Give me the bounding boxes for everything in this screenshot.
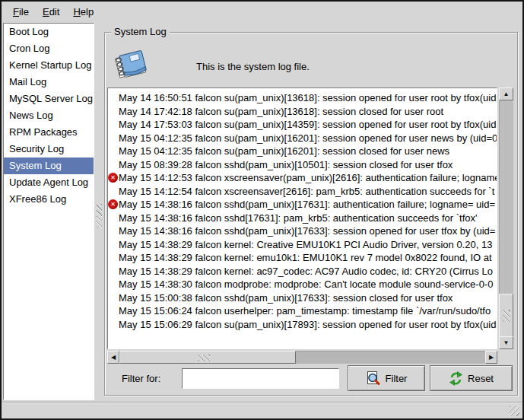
log-line-text: May 15 15:06:24 falcon userhelper: pam_t… <box>119 305 491 317</box>
menu-edit[interactable]: Edit <box>36 4 66 20</box>
filter-input[interactable] <box>182 368 339 389</box>
log-line: ✕May 15 14:12:53 falcon xscreensaver(pam… <box>108 171 497 185</box>
vertical-scroll-thumb[interactable] <box>499 294 513 337</box>
filter-label: Filter for: <box>122 373 160 384</box>
error-icon: ✕ <box>108 173 118 183</box>
green-refresh-arrows-icon <box>449 371 463 386</box>
sidebar-item-kernel-startup-log[interactable]: Kernel Startup Log <box>4 57 94 74</box>
log-line: May 15 04:12:35 falcon su(pam_unix)[1620… <box>108 145 497 158</box>
log-line-text: May 15 14:38:16 falcon sshd(pam_unix)[17… <box>119 199 495 210</box>
log-line: May 15 14:38:29 falcon kernel: Creative … <box>108 238 497 252</box>
log-line: May 15 08:39:28 falcon sshd(pam_unix)[10… <box>108 158 497 172</box>
log-line-text: May 15 04:12:35 falcon su(pam_unix)[1620… <box>119 132 497 144</box>
log-line: May 15 14:38:16 falcon sshd(pam_unix)[17… <box>108 224 497 238</box>
sidebar-item-news-log[interactable]: News Log <box>4 107 94 124</box>
log-viewport[interactable]: May 14 16:50:51 falcon su(pam_unix)[1361… <box>107 88 497 349</box>
error-icon: ✕ <box>108 199 118 209</box>
log-line: May 15 14:38:16 falcon sshd[17631]: pam_… <box>108 212 497 225</box>
log-line: May 15 15:06:24 falcon userhelper: pam_t… <box>108 304 497 318</box>
sidebar-item-mail-log[interactable]: Mail Log <box>4 74 94 91</box>
sidebar-item-cron-log[interactable]: Cron Log <box>4 40 94 57</box>
log-line: May 15 04:12:35 falcon su(pam_unix)[1620… <box>108 132 497 145</box>
sidebar-item-mysql-server-log[interactable]: MySQL Server Log <box>4 91 94 107</box>
log-line: May 15 14:12:54 falcon xscreensaver[2616… <box>108 185 497 199</box>
log-line-text: May 15 14:38:16 falcon sshd[17631]: pam_… <box>119 212 478 224</box>
filter-button-label: Filter <box>386 373 408 384</box>
log-line-text: May 14 17:53:03 falcon su(pam_unix)[1435… <box>119 119 497 130</box>
sidebar-item-rpm-packages[interactable]: RPM Packages <box>4 124 94 141</box>
sidebar-item-security-log[interactable]: Security Log <box>4 141 94 158</box>
log-line-text: May 15 04:12:35 falcon su(pam_unix)[1620… <box>119 145 449 157</box>
log-line: ✕May 15 14:38:16 falcon sshd(pam_unix)[1… <box>108 198 497 212</box>
menubar: File Edit Help <box>2 2 522 22</box>
log-line: May 15 14:38:29 falcon kernel: ac97_code… <box>108 265 497 278</box>
log-viewer-window: File Edit Help Boot LogCron LogKernel St… <box>0 0 524 420</box>
log-line: May 14 17:53:03 falcon su(pam_unix)[1435… <box>108 118 497 132</box>
thumb-grip-icon <box>198 355 210 361</box>
scroll-left-icon[interactable]: ◀ <box>107 351 119 364</box>
status-bar <box>2 402 522 418</box>
vertical-scrollbar[interactable]: ▲ ▼ <box>499 88 513 349</box>
log-line-text: May 15 15:06:29 falcon su(pam_unix)[1789… <box>119 319 497 330</box>
log-line: May 15 15:00:38 falcon sshd(pam_unix)[17… <box>108 291 497 305</box>
log-line-text: May 15 14:12:54 falcon xscreensaver[2616… <box>119 186 494 197</box>
splitter-grip-icon <box>97 204 102 228</box>
horizontal-scroll-thumb[interactable] <box>119 351 296 364</box>
thumb-grip-icon <box>503 310 510 322</box>
log-line-text: May 14 17:42:18 falcon su(pam_unix)[1361… <box>119 106 443 117</box>
log-line: May 14 17:42:18 falcon su(pam_unix)[1361… <box>108 105 497 119</box>
sidebar-item-update-agent-log[interactable]: Update Agent Log <box>4 174 94 191</box>
menu-file[interactable]: File <box>6 4 36 20</box>
sidebar-item-xfree86-log[interactable]: XFree86 Log <box>4 191 94 208</box>
log-line: May 15 14:38:29 falcon kernel: emu10k1: … <box>108 251 497 265</box>
scroll-right-icon[interactable]: ▶ <box>485 351 497 364</box>
notebook-icon <box>113 46 151 84</box>
log-description: This is the system log file. <box>196 61 310 72</box>
log-line-text: May 15 14:38:29 falcon kernel: emu10k1: … <box>119 252 492 263</box>
log-line-text: May 15 14:38:29 falcon kernel: Creative … <box>119 239 492 250</box>
log-type-list[interactable]: Boot LogCron LogKernel Startup LogMail L… <box>3 23 94 400</box>
sidebar-item-boot-log[interactable]: Boot Log <box>4 24 94 40</box>
log-line-text: May 15 14:38:16 falcon sshd(pam_unix)[17… <box>119 225 495 237</box>
log-line-text: May 15 14:12:53 falcon xscreensaver(pam_… <box>119 172 497 183</box>
log-line-text: May 15 08:39:28 falcon sshd(pam_unix)[10… <box>119 159 453 170</box>
reset-button-label: Reset <box>468 373 494 384</box>
scroll-down-icon[interactable]: ▼ <box>499 336 513 349</box>
log-line: May 15 14:38:30 falcon modprobe: modprob… <box>108 278 497 291</box>
log-line-text: May 15 15:00:38 falcon sshd(pam_unix)[17… <box>119 292 453 304</box>
frame-title: System Log <box>111 26 170 37</box>
magnifier-document-icon <box>366 371 381 386</box>
log-line-text: May 15 14:38:30 falcon modprobe: modprob… <box>119 278 493 290</box>
log-line: May 14 16:50:51 falcon su(pam_unix)[1361… <box>108 91 497 105</box>
log-line: May 15 15:06:29 falcon su(pam_unix)[1789… <box>108 318 497 332</box>
reset-button[interactable]: Reset <box>430 365 513 391</box>
log-line-text: May 15 14:38:29 falcon kernel: ac97_code… <box>119 266 493 277</box>
resize-grip-icon[interactable] <box>509 406 519 416</box>
pane-splitter[interactable] <box>95 23 104 400</box>
filter-button[interactable]: Filter <box>348 365 425 391</box>
horizontal-scrollbar[interactable]: ◀ ▶ <box>107 351 497 364</box>
log-line-text: May 14 16:50:51 falcon su(pam_unix)[1361… <box>119 92 497 103</box>
scroll-up-icon[interactable]: ▲ <box>499 88 513 100</box>
sidebar-item-system-log[interactable]: System Log <box>4 158 94 174</box>
menu-help[interactable]: Help <box>66 4 100 20</box>
